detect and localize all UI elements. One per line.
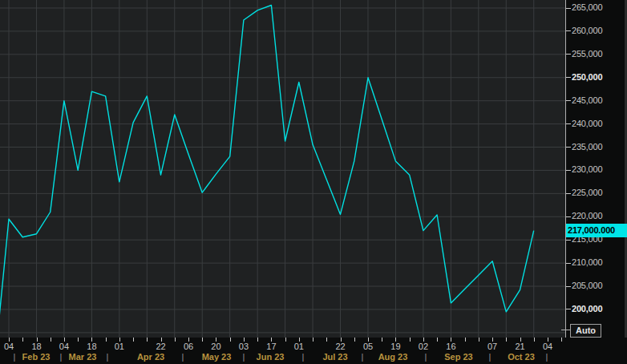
x-month-label: Oct 23 — [500, 352, 543, 362]
x-tick — [382, 338, 382, 342]
y-tick — [566, 170, 571, 171]
x-day-label: 21 — [510, 342, 531, 351]
x-tick — [313, 338, 314, 342]
x-month-label: May 23 — [195, 352, 238, 362]
x-month-label: Sep 23 — [437, 352, 480, 362]
x-day-label: 22 — [151, 342, 172, 351]
x-day-label: 04 — [0, 342, 19, 351]
y-tick — [566, 54, 571, 55]
y-tick-label: 255,000 — [572, 49, 602, 59]
y-tick — [566, 309, 571, 309]
x-tick — [326, 338, 327, 342]
last-price-marker: 217,000.000 — [566, 224, 627, 237]
y-tick-label: 245,000 — [572, 95, 602, 105]
y-tick-label: 205,000 — [572, 281, 602, 290]
x-tick — [175, 338, 176, 342]
x-month-label: Feb 23 — [14, 352, 58, 362]
x-tick — [230, 338, 231, 342]
x-tick — [465, 338, 466, 342]
x-month-separator: | — [11, 352, 18, 362]
x-tick — [506, 338, 507, 342]
x-day-label: 19 — [385, 342, 406, 351]
y-tick — [566, 147, 571, 148]
y-tick-label: 220,000 — [572, 211, 602, 220]
y-tick-label: 235,000 — [572, 142, 602, 152]
y-tick-label: 230,000 — [572, 164, 602, 174]
x-day-label: 18 — [81, 342, 102, 351]
x-month-label: Jul 23 — [314, 352, 357, 362]
x-month-separator: | — [104, 352, 111, 362]
y-tick — [566, 100, 571, 101]
x-day-label: 04 — [537, 342, 558, 351]
x-tick — [51, 338, 51, 342]
x-tick — [106, 338, 107, 342]
y-axis[interactable]: 265,000260,000255,000250,000245,000240,0… — [565, 0, 627, 346]
y-tick-label: 210,000 — [572, 257, 602, 267]
y-tick — [566, 286, 571, 287]
x-tick — [133, 338, 134, 342]
x-day-label: 17 — [261, 342, 281, 351]
x-tick — [22, 338, 23, 342]
x-day-label: 16 — [440, 342, 461, 351]
x-month-separator: | — [241, 352, 247, 362]
x-day-label: 20 — [205, 342, 226, 351]
x-month-separator: | — [544, 352, 550, 362]
x-tick — [147, 338, 148, 342]
x-tick — [202, 338, 203, 342]
x-day-label: 02 — [413, 342, 434, 351]
x-tick — [78, 338, 79, 342]
x-month-separator: | — [487, 352, 493, 362]
y-tick — [566, 193, 571, 194]
plot-area[interactable] — [0, 0, 565, 338]
x-month-separator: | — [359, 352, 366, 362]
price-line — [0, 6, 534, 338]
x-month-label: Aug 23 — [371, 352, 415, 362]
y-tick-label: 200,000 — [572, 304, 602, 313]
x-tick — [534, 338, 535, 342]
auto-scale-button[interactable]: Auto — [570, 324, 601, 338]
y-tick — [566, 123, 571, 124]
auto-tick-mark — [561, 330, 570, 330]
x-axis[interactable]: 04180418012206200317012205190216072104Fe… — [0, 338, 627, 364]
x-month-separator: | — [180, 352, 186, 362]
x-day-label: 01 — [109, 342, 130, 351]
x-day-label: 04 — [54, 342, 75, 351]
x-month-label: Mar 23 — [61, 352, 104, 362]
x-tick — [354, 338, 355, 342]
x-month-label: Jun 23 — [249, 352, 292, 362]
x-month-separator: | — [300, 352, 306, 362]
x-day-label: 05 — [358, 342, 378, 351]
x-day-label: 07 — [482, 342, 503, 351]
x-day-label: 06 — [178, 342, 199, 351]
price-chart — [0, 0, 565, 338]
x-month-separator: | — [423, 352, 429, 362]
x-tick — [257, 338, 258, 342]
y-tick — [566, 216, 571, 217]
x-tick — [479, 338, 479, 342]
x-day-label: 22 — [330, 342, 351, 351]
y-tick — [566, 263, 571, 264]
x-month-separator: | — [58, 352, 64, 362]
gridlines — [0, 0, 565, 338]
y-axis-line — [565, 0, 566, 345]
x-tick — [410, 338, 411, 342]
y-tick-label: 250,000 — [572, 72, 602, 82]
y-tick — [566, 30, 571, 31]
y-tick — [566, 240, 571, 241]
y-tick-label: 240,000 — [572, 119, 602, 128]
x-day-label: 01 — [289, 342, 309, 351]
x-tick — [561, 338, 562, 342]
chart-window: 265,000260,000255,000250,000245,000240,0… — [0, 0, 627, 364]
y-tick-label: 265,000 — [572, 2, 602, 12]
x-month-label: Apr 23 — [129, 352, 172, 362]
y-tick — [566, 77, 571, 78]
y-tick-label: 260,000 — [572, 26, 602, 35]
x-day-label: 03 — [233, 342, 254, 351]
x-day-label: 18 — [26, 342, 47, 351]
x-tick — [437, 338, 438, 342]
y-tick — [566, 8, 571, 9]
y-tick-label: 225,000 — [572, 188, 602, 197]
x-tick — [285, 338, 286, 342]
